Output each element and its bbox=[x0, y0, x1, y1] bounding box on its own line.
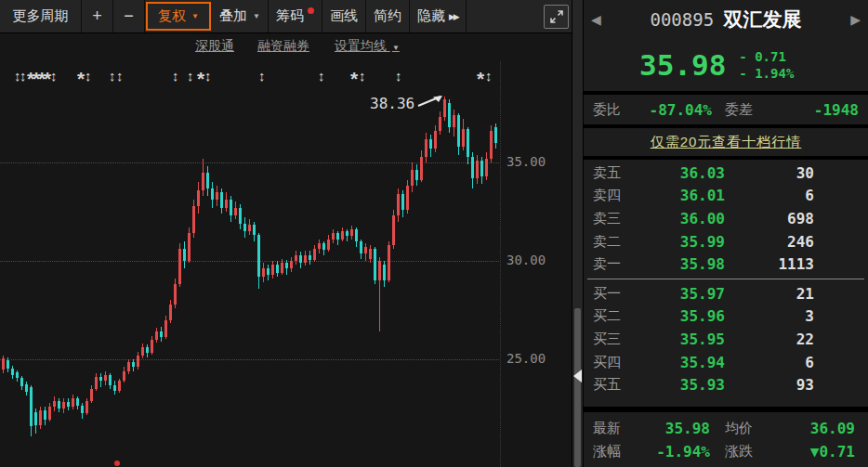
scrollbar-thumb[interactable] bbox=[574, 308, 581, 467]
ask-row-3[interactable]: 卖三 36.00 698 bbox=[584, 207, 868, 230]
pane-splitter[interactable] bbox=[572, 0, 584, 467]
ask-row-1[interactable]: 卖一 35.98 1113 bbox=[584, 253, 868, 276]
candle-body bbox=[197, 190, 200, 206]
event-arrow-marker-icon[interactable]: ↕ bbox=[50, 67, 58, 85]
candle-body bbox=[183, 249, 186, 261]
candle-body bbox=[85, 401, 88, 414]
margin-trading-link[interactable]: 融资融券 bbox=[257, 38, 309, 55]
event-arrow-marker-icon[interactable]: ↕ bbox=[359, 67, 366, 85]
price-change-block: - 0.71 - 1.94% bbox=[739, 49, 794, 81]
chart-pane: 更多周期 + − 复权 ▼ 叠加 ▼ 筹码 画线 bbox=[0, 0, 572, 467]
prev-stock-arrow[interactable]: ◀ bbox=[591, 12, 601, 27]
event-star-marker-icon[interactable]: * bbox=[350, 67, 358, 91]
candle-body bbox=[234, 208, 237, 215]
candle-body bbox=[123, 371, 125, 382]
candle-body bbox=[104, 375, 107, 381]
event-arrow-marker-icon[interactable]: ↕ bbox=[20, 67, 27, 85]
candle-body bbox=[211, 188, 214, 201]
zoom-in-button[interactable]: + bbox=[82, 0, 113, 32]
candle-body bbox=[257, 235, 260, 277]
candle-body bbox=[425, 139, 427, 157]
candle-body bbox=[378, 261, 381, 280]
promo-row: 仅需20元查看十档行情 bbox=[584, 128, 868, 156]
draw-line-button[interactable]: 画线 bbox=[322, 0, 366, 32]
expand-icon bbox=[549, 9, 564, 24]
event-star-marker-icon[interactable]: * bbox=[477, 67, 484, 91]
ask-row-2[interactable]: 卖二 35.99 246 bbox=[584, 230, 868, 253]
candle-body bbox=[364, 247, 367, 253]
candle-body bbox=[374, 249, 376, 280]
next-stock-arrow[interactable]: ▶ bbox=[850, 12, 861, 27]
candle-body bbox=[7, 360, 9, 368]
bid-row-5[interactable]: 买五 35.93 93 bbox=[584, 373, 868, 396]
candle-body bbox=[406, 186, 409, 209]
candlestick-chart[interactable]: 38.36 35.0030.0025.00↕↕****↕*↕↕↕↕↕*↕↕↕*↕… bbox=[0, 61, 572, 467]
event-arrow-marker-icon[interactable]: ↕ bbox=[109, 67, 116, 85]
y-axis-tick-label: 35.00 bbox=[506, 154, 555, 169]
chips-button[interactable]: 筹码 bbox=[269, 0, 322, 32]
candle-body bbox=[113, 385, 116, 391]
draw-line-label: 画线 bbox=[330, 7, 358, 25]
candle-body bbox=[30, 387, 33, 426]
collapse-arrow-icon[interactable] bbox=[573, 370, 582, 383]
avg-price-label: 均价 bbox=[725, 420, 753, 437]
ask-row-4[interactable]: 卖四 36.01 6 bbox=[584, 185, 868, 208]
event-arrow-marker-icon[interactable]: ↕ bbox=[204, 67, 212, 85]
candle-body bbox=[48, 407, 51, 420]
adjust-price-button[interactable]: 复权 ▼ bbox=[146, 2, 211, 31]
candle-body bbox=[164, 320, 167, 337]
candle-body bbox=[327, 240, 330, 251]
event-arrow-marker-icon[interactable]: ↕ bbox=[172, 67, 179, 85]
bid-row-4[interactable]: 买四 35.94 6 bbox=[584, 351, 868, 374]
bid-row-2[interactable]: 买二 35.96 3 bbox=[584, 305, 868, 329]
candle-body bbox=[439, 117, 441, 131]
event-arrow-marker-icon[interactable]: ↕ bbox=[187, 67, 194, 85]
candle-body bbox=[480, 161, 483, 176]
candle-body bbox=[322, 243, 325, 250]
simple-mode-button[interactable]: 简约 bbox=[366, 0, 410, 32]
candle-body bbox=[192, 206, 195, 234]
candle-body bbox=[411, 170, 414, 186]
candle-body bbox=[392, 215, 395, 245]
candle-body bbox=[20, 378, 23, 385]
candle-body bbox=[188, 233, 191, 261]
bid-row-3[interactable]: 买三 35.95 22 bbox=[584, 328, 868, 351]
candle-body bbox=[401, 194, 404, 210]
event-arrow-marker-icon[interactable]: ↕ bbox=[258, 67, 266, 85]
ask-row-5[interactable]: 卖五 36.03 30 bbox=[584, 162, 868, 185]
event-arrow-marker-icon[interactable]: ↕ bbox=[485, 67, 493, 85]
more-periods-button[interactable]: 更多周期 bbox=[0, 0, 82, 32]
hide-panel-button[interactable]: 隐藏 ▶▶ bbox=[410, 0, 467, 32]
bid-row-1[interactable]: 买一 35.97 21 bbox=[584, 282, 868, 305]
candle-body bbox=[95, 377, 98, 389]
candle-body bbox=[388, 245, 390, 280]
candle-body bbox=[383, 265, 386, 280]
shenzhen-connect-link[interactable]: 深股通 bbox=[195, 38, 234, 55]
zoom-out-button[interactable]: − bbox=[113, 0, 145, 32]
level2-promo-link[interactable]: 仅需20元查看十档行情 bbox=[651, 134, 802, 151]
chart-toolbar: 更多周期 + − 复权 ▼ 叠加 ▼ 筹码 画线 bbox=[0, 0, 572, 33]
candle-body bbox=[281, 263, 283, 273]
notification-dot-badge bbox=[308, 7, 314, 14]
candle-body bbox=[99, 377, 102, 381]
minus-icon: − bbox=[124, 6, 134, 26]
weibi-value: -87.04% bbox=[626, 101, 712, 119]
fullscreen-button[interactable] bbox=[544, 5, 569, 29]
event-arrow-marker-icon[interactable]: ↕ bbox=[395, 67, 402, 85]
overlay-button[interactable]: 叠加 ▼ bbox=[212, 0, 269, 32]
candle-body bbox=[16, 372, 19, 378]
candle-body bbox=[462, 129, 465, 147]
ma-settings-link[interactable]: 设置均线 ▼ bbox=[335, 38, 400, 55]
event-arrow-marker-icon[interactable]: ↕ bbox=[85, 67, 92, 85]
event-star-marker-icon[interactable]: * bbox=[77, 67, 85, 91]
event-star-marker-icon[interactable]: * bbox=[197, 67, 204, 91]
change-label: 涨跌 bbox=[725, 443, 753, 461]
candle-body bbox=[160, 331, 163, 336]
event-arrow-marker-icon[interactable]: ↕ bbox=[318, 67, 325, 85]
price-change-percent: - 1.94% bbox=[739, 66, 794, 81]
candle-body bbox=[332, 233, 335, 239]
latest-value: 35.98 bbox=[621, 420, 710, 437]
event-arrow-marker-icon[interactable]: ↕ bbox=[116, 67, 124, 85]
axis-separator bbox=[500, 61, 501, 467]
candle-body bbox=[137, 356, 139, 368]
